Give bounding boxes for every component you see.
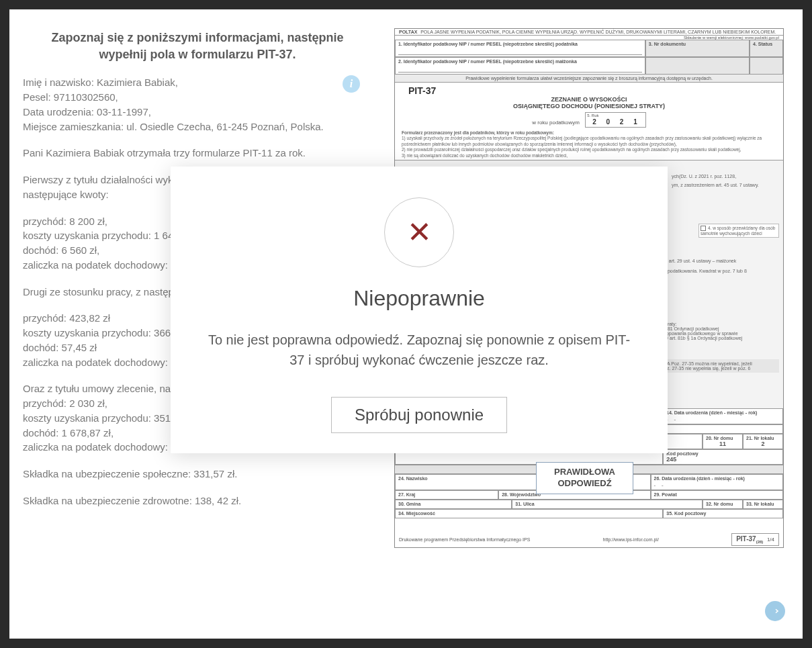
field-21[interactable]: 21. Nr lokalu2	[743, 434, 783, 449]
field-1[interactable]: 1. Identyfikator podatkowy NIP / numer P…	[395, 40, 645, 57]
answer-line1: PRAWIDŁOWA	[554, 467, 615, 478]
row-ids2: 2. Identyfikator podatkowy NIP / numer P…	[395, 57, 783, 75]
para-intro: Pani Kazimiera Babiak otrzymała trzy for…	[23, 146, 372, 160]
line-dob: Data urodzenia: 03-11-1997,	[23, 105, 372, 120]
x-icon: ✕	[407, 218, 432, 247]
frag-5: draty:	[665, 322, 779, 326]
mid-note: Prawidłowe wypełnienie formularza ułatwi…	[395, 75, 783, 83]
next-arrow-button[interactable]	[765, 601, 785, 621]
row-30-33: 30. Gmina 31. Ulica 32. Nr domu 33. Nr l…	[395, 500, 783, 509]
modal-message: To nie jest poprawna odpowiedź. Zapoznaj…	[191, 330, 647, 370]
answer-line2: ODPOWIEDŹ	[554, 478, 615, 490]
top-note: POLA JASNE WYPEŁNIA PODATNIK, POLA CIEMN…	[417, 30, 779, 34]
field-kod[interactable]: Kod pocztowy245	[663, 449, 783, 465]
field-3: 3. Nr dokumentu	[645, 40, 750, 57]
page-root: Zapoznaj się z poniższymi informacjami, …	[0, 0, 812, 648]
frag-6: t 81 Ordynacji podatkowej	[665, 326, 779, 331]
checkbox-icon[interactable]	[701, 226, 706, 231]
field-31[interactable]: 31. Ulica	[512, 500, 703, 509]
row-34-35: 34. Miejscowość 35. Kod pocztowy	[395, 509, 783, 518]
line-name: Imię i nazwisko: Kazimiera Babiak,	[23, 75, 372, 90]
field-14[interactable]: 14. Data urodzenia (dzień - miesiąc - ro…	[663, 408, 783, 424]
line-health: Składka na ubezpieczenie zdrowotne: 138,…	[23, 494, 372, 508]
year-label: w roku podatkowym	[532, 120, 580, 126]
frag-1: ych(Dz. U. z 2021 r. poz. 1128,	[672, 174, 779, 179]
field-32[interactable]: 32. Nr domu	[703, 500, 743, 509]
field-34[interactable]: 34. Miejscowość	[395, 509, 663, 518]
frag-8: w art. 81b § 1a Ordynacji podatkowej	[665, 336, 779, 340]
field-35[interactable]: 35. Kod pocztowy	[663, 509, 783, 518]
arrow-right-icon	[770, 606, 780, 616]
info-icon[interactable]: i	[343, 75, 360, 93]
field-2[interactable]: 2. Identyfikator podatkowy NIP / numer P…	[395, 57, 645, 75]
form-topbar: POLTAX POLA JASNE WYPEŁNIA PODATNIK, POL…	[395, 29, 783, 36]
opt-box[interactable]: 4. w sposób przewidziany dla osób samotn…	[698, 224, 779, 238]
notes-2: 2) nie prowadzili pozarolniczej działaln…	[402, 147, 776, 152]
pit-code: PIT-37	[395, 85, 783, 96]
field-26[interactable]: 26. Data urodzenia (dzień - miesiąc - ro…	[651, 474, 783, 490]
field-5-value[interactable]: 2 0 2 1	[590, 118, 644, 126]
notes-head: Formularz przeznaczony jest dla podatnik…	[402, 130, 776, 136]
frag-2: ym, z zastrzeżeniem art. 45 ust. 7 ustaw…	[672, 183, 779, 187]
footer-mid: http://www.ips-infor.com.pl/	[603, 537, 659, 542]
content-sheet: Zapoznaj się z poniższymi informacjami, …	[9, 9, 803, 639]
retry-button[interactable]: Spróbuj ponownie	[331, 397, 507, 433]
form-purpose: Formularz przeznaczony jest dla podatnik…	[395, 129, 783, 160]
pit-subtitle2: OSIĄGNIĘTEGO DOCHODU (PONIESIONEJ STRATY…	[395, 103, 783, 109]
field-20[interactable]: 20. Nr domu11	[703, 434, 743, 449]
notes-1: 1) uzyskali przychody ze źródeł położony…	[402, 136, 776, 147]
form-footer: Drukowane programem Przedsiębiorstwa Inf…	[395, 532, 783, 547]
frag-7: tępowania podatkowego w sprawie	[665, 331, 779, 336]
field-27[interactable]: 27. Kraj	[395, 490, 498, 500]
error-circle: ✕	[384, 197, 454, 267]
field-29[interactable]: 29. Powiat	[651, 490, 783, 500]
field-33[interactable]: 33. Nr lokalu	[743, 500, 783, 509]
footer-badge: PIT-37(28) 1/4	[731, 533, 779, 546]
field-24[interactable]: 24. Nazwisko	[395, 474, 547, 490]
line-pesel: Pesel: 97110302560,	[23, 90, 372, 105]
field-30[interactable]: 30. Gmina	[395, 500, 512, 509]
modal-title: Niepoprawnie	[191, 286, 647, 311]
poltax-label: POLTAX	[399, 30, 417, 34]
pit-header: PIT-37 ZEZNANIE O WYSOKOŚCI OSIĄGNIĘTEGO…	[395, 83, 783, 129]
frag-4: opodatkowania. Kwadrat w poz. 7 lub 8	[665, 269, 779, 273]
footer-left: Drukowane programem Przedsiębiorstwa Inf…	[399, 537, 530, 542]
correct-answer-button[interactable]: PRAWIDŁOWA ODPOWIEDŹ	[536, 462, 633, 494]
feedback-modal: ✕ Niepoprawnie To nie jest poprawna odpo…	[171, 167, 668, 453]
frag-9b: z. 27-35 nie wypełnia się, jeżeli w poz.…	[667, 366, 777, 371]
notes-3: 3) nie są obowiązani doliczać do uzyskan…	[402, 153, 776, 158]
line-address: Miejsce zamieszkania: ul. Osiedle Czecha…	[23, 120, 372, 134]
line-social: Składka na ubezpieczenie społeczne: 331,…	[23, 467, 372, 481]
pit-subtitle1: ZEZNANIE O WYSOKOŚCI	[395, 96, 783, 103]
instructions-title: Zapoznaj się z poniższymi informacjami, …	[23, 30, 372, 63]
frag-9a: A Poz. 27-35 można nie wypełniać, jeżeli	[667, 361, 777, 366]
frag-3: o art. 29 ust. 4 ustawy – małżonek	[665, 259, 779, 263]
row-ids: 1. Identyfikator podatkowy NIP / numer P…	[395, 40, 783, 57]
field-4: 4. Status	[750, 40, 783, 57]
